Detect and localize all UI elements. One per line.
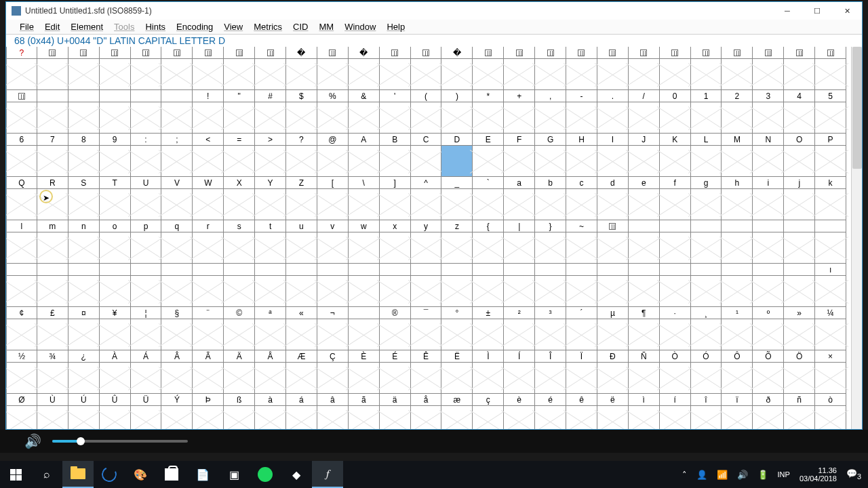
glyph-cell[interactable] bbox=[691, 363, 722, 394]
glyph-header[interactable]: × bbox=[815, 350, 846, 363]
glyph-header[interactable]: µ bbox=[597, 307, 629, 319]
glyph-header[interactable]: | bbox=[504, 220, 535, 232]
glyph-cell[interactable] bbox=[660, 406, 691, 429]
glyph-cell[interactable] bbox=[37, 319, 68, 350]
glyph-header[interactable]: ( bbox=[411, 90, 442, 102]
glyph-cell[interactable] bbox=[722, 363, 753, 394]
glyph-header[interactable] bbox=[441, 264, 473, 276]
glyph-header[interactable]: h bbox=[722, 177, 753, 189]
glyph-header[interactable]: Ì bbox=[473, 350, 504, 363]
glyph-header[interactable] bbox=[597, 220, 629, 232]
glyph-header[interactable]: z bbox=[441, 220, 473, 232]
glyph-cell[interactable] bbox=[317, 319, 349, 350]
glyph-header[interactable]: · bbox=[660, 307, 691, 319]
glyph-cell[interactable] bbox=[68, 189, 100, 220]
glyph-cell[interactable] bbox=[100, 146, 131, 177]
glyph-header[interactable] bbox=[380, 264, 411, 276]
glyph-cell[interactable] bbox=[473, 102, 504, 134]
glyph-cell[interactable] bbox=[504, 319, 535, 350]
glyph-header[interactable]: È bbox=[349, 350, 380, 363]
glyph-cell[interactable] bbox=[161, 59, 193, 90]
glyph-header[interactable] bbox=[224, 47, 255, 59]
glyph-cell[interactable] bbox=[722, 102, 753, 134]
glyph-cell[interactable] bbox=[411, 189, 442, 220]
tray-people-icon[interactable]: 👤 bbox=[696, 470, 707, 480]
glyph-cell[interactable] bbox=[255, 189, 286, 220]
menu-edit[interactable]: Edit bbox=[39, 20, 65, 33]
glyph-header[interactable]: ¦ bbox=[131, 307, 162, 319]
glyph-header[interactable] bbox=[224, 264, 255, 276]
glyph-header[interactable] bbox=[660, 264, 691, 276]
glyph-header[interactable]: ¯ bbox=[411, 307, 442, 319]
glyph-header[interactable]: # bbox=[255, 90, 286, 102]
glyph-cell[interactable] bbox=[411, 363, 442, 394]
glyph-cell[interactable] bbox=[100, 319, 131, 350]
glyph-cell[interactable] bbox=[161, 189, 193, 220]
glyph-header[interactable]: Ü bbox=[131, 394, 162, 406]
glyph-cell[interactable] bbox=[193, 232, 224, 264]
glyph-cell[interactable] bbox=[535, 319, 566, 350]
glyph-header[interactable]: Æ bbox=[286, 350, 317, 363]
glyph-header[interactable] bbox=[255, 264, 286, 276]
glyph-header[interactable]: Y bbox=[255, 177, 286, 189]
glyph-cell[interactable] bbox=[224, 102, 255, 134]
glyph-cell[interactable] bbox=[784, 189, 815, 220]
glyph-cell[interactable] bbox=[37, 102, 68, 134]
glyph-header[interactable]: = bbox=[224, 134, 255, 146]
glyph-header[interactable]: b bbox=[535, 177, 566, 189]
glyph-header[interactable]: Â bbox=[161, 350, 193, 363]
glyph-cell[interactable] bbox=[597, 189, 629, 220]
glyph-header[interactable]: , bbox=[535, 90, 566, 102]
glyph-header[interactable] bbox=[753, 220, 784, 232]
glyph-header[interactable]: ­ bbox=[349, 307, 380, 319]
glyph-header[interactable] bbox=[691, 264, 722, 276]
glyph-header[interactable]: G bbox=[535, 134, 566, 146]
glyph-cell[interactable] bbox=[286, 276, 317, 307]
glyph-cell[interactable] bbox=[566, 363, 597, 394]
glyph-header[interactable]: U bbox=[131, 177, 162, 189]
glyph-header[interactable]: X bbox=[224, 177, 255, 189]
glyph-header[interactable]: 5 bbox=[815, 90, 846, 102]
glyph-header[interactable]: l bbox=[6, 220, 37, 232]
glyph-header[interactable] bbox=[68, 47, 100, 59]
glyph-cell[interactable] bbox=[161, 406, 193, 429]
glyph-cell[interactable] bbox=[566, 102, 597, 134]
tray-network-icon[interactable]: 📶 bbox=[717, 470, 728, 480]
glyph-cell[interactable] bbox=[161, 276, 193, 307]
glyph-cell[interactable] bbox=[317, 276, 349, 307]
glyph-cell[interactable] bbox=[193, 146, 224, 177]
menu-file[interactable]: File bbox=[14, 20, 39, 33]
glyph-cell[interactable] bbox=[504, 146, 535, 177]
glyph-header[interactable]: « bbox=[286, 307, 317, 319]
glyph-cell[interactable] bbox=[317, 363, 349, 394]
glyph-header[interactable]: ? bbox=[286, 134, 317, 146]
glyph-header[interactable]: r bbox=[193, 220, 224, 232]
glyph-cell[interactable] bbox=[441, 319, 473, 350]
glyph-cell[interactable] bbox=[566, 189, 597, 220]
glyph-cell[interactable] bbox=[566, 59, 597, 90]
glyph-header[interactable]: Ø bbox=[6, 394, 37, 406]
glyph-header[interactable]: " bbox=[224, 90, 255, 102]
glyph-cell[interactable] bbox=[6, 189, 37, 220]
glyph-header[interactable] bbox=[753, 47, 784, 59]
glyph-header[interactable]: * bbox=[473, 90, 504, 102]
glyph-header[interactable]: ' bbox=[380, 90, 411, 102]
glyph-header[interactable]: 0 bbox=[660, 90, 691, 102]
glyph-cell[interactable] bbox=[815, 232, 846, 264]
glyph-header[interactable] bbox=[286, 264, 317, 276]
taskbar[interactable]: ⌕ 🎨 📄 ▣ ◆ 𝑓 ˄ 👤 📶 🔊 🔋 INP 11.36 03/04/20… bbox=[0, 461, 868, 488]
glyph-cell[interactable] bbox=[317, 232, 349, 264]
glyph-cell[interactable] bbox=[566, 406, 597, 429]
glyph-header[interactable]: î bbox=[691, 394, 722, 406]
glyph-cell[interactable] bbox=[380, 406, 411, 429]
glyph-header[interactable]: ã bbox=[349, 394, 380, 406]
glyph-cell[interactable] bbox=[722, 232, 753, 264]
glyph-cell[interactable] bbox=[161, 232, 193, 264]
glyph-cell[interactable] bbox=[504, 232, 535, 264]
glyph-cell[interactable] bbox=[815, 363, 846, 394]
glyph-header[interactable] bbox=[411, 47, 442, 59]
glyph-cell[interactable] bbox=[535, 189, 566, 220]
glyph-header[interactable]: á bbox=[286, 394, 317, 406]
glyph-header[interactable] bbox=[753, 264, 784, 276]
glyph-header[interactable]: ` bbox=[473, 177, 504, 189]
